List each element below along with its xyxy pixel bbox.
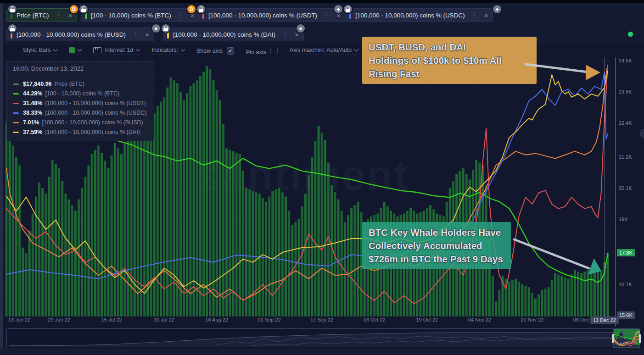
metric-chip-label: Price (BTC) [17, 12, 49, 19]
chip-options-icon[interactable]: ⋮ [282, 31, 288, 38]
price-bar [564, 277, 566, 316]
chip-options-icon[interactable]: ⋮ [132, 31, 139, 38]
price-bar [104, 161, 106, 316]
y-axis-label: 23.5K [619, 89, 632, 94]
price-bar [288, 211, 290, 316]
legend-label: [100,000 - 10,000,000) coins % (USDT) [45, 100, 146, 106]
price-bar [318, 126, 320, 316]
metric-chip[interactable]: [100,000 - 10,000,000) coins % (USDC)⋮× [345, 8, 493, 22]
price-bar [51, 160, 54, 316]
bar-color-selector[interactable] [69, 47, 81, 55]
annotation-line: Collectively Accumulated [369, 239, 504, 252]
chevron-down-icon [181, 47, 185, 52]
indicators-selector[interactable]: Indicators: [151, 47, 185, 55]
price-bar [74, 211, 77, 316]
price-bar [32, 214, 34, 316]
price-bar [97, 145, 100, 316]
price-bar [515, 279, 517, 316]
price-bar [68, 200, 70, 316]
price-bar [87, 166, 90, 316]
brush-handle[interactable] [639, 334, 641, 343]
chevron-down-icon [354, 47, 359, 52]
legend-item: 38.33%[100,000 - 10,000,000) coins % (US… [13, 110, 148, 116]
price-bar [528, 287, 530, 316]
price-bar [134, 111, 136, 316]
price-bar [492, 276, 494, 316]
price-bar [229, 150, 231, 316]
price-bar [209, 69, 211, 316]
price-bar [508, 282, 510, 316]
annotation-line: Rising Fast [369, 67, 530, 80]
y-axis-label: 20.1K [619, 185, 632, 191]
x-axis-label: 03 Oct 22 [364, 317, 386, 322]
x-axis-label: 29 Jun 22 [48, 317, 70, 322]
chip-options-icon[interactable]: ⋮ [324, 11, 330, 19]
show-axis-label: Show axis [196, 48, 223, 54]
price-bar [239, 154, 241, 316]
price-bar [258, 194, 261, 316]
price-bar [219, 100, 221, 316]
legend-item: 31.48%[100,000 - 10,000,000) coins % (US… [13, 100, 148, 106]
x-axis-label: 15 Jul 22 [101, 317, 122, 322]
price-bar [91, 154, 93, 316]
price-bar [495, 301, 497, 316]
price-bar [597, 269, 599, 316]
annotation-line: $726m in BTC the Past 9 Days [369, 252, 504, 266]
metric-chip[interactable]: [100,000 - 10,000,000) coins % (DAI)⋮× [163, 28, 304, 41]
chip-options-icon[interactable]: ⋮ [178, 11, 184, 19]
style-selector[interactable]: Style: Bars [23, 47, 57, 55]
price-bar [548, 287, 550, 316]
price-bar [216, 90, 218, 316]
axis-maxmin-selector[interactable]: Axis max/min: Auto/Auto [290, 47, 358, 55]
price-bar [571, 274, 573, 316]
price-bar [222, 124, 224, 316]
show-axis-toggle[interactable]: Show axis✓ [196, 47, 234, 55]
legend-value: $17,840.96 [23, 81, 52, 87]
eth-badge-icon: ◆ [333, 4, 343, 14]
pin-axis-toggle[interactable]: Pin axis [246, 47, 278, 55]
price-bar [255, 192, 258, 316]
interval-selector[interactable]: Interval: 1d [93, 47, 140, 55]
price-bar [28, 231, 31, 316]
show-axis-checkbox[interactable]: ✓ [227, 47, 234, 55]
metric-chip-label: [100 - 10,000) coins % (BTC) [91, 12, 171, 19]
legend-value: 44.28% [23, 90, 42, 97]
legend-label: [100,000 - 10,000,000) coins % (DAI) [45, 129, 140, 135]
legend-value: 38.33% [23, 110, 42, 116]
price-bar [538, 294, 540, 316]
price-bar [123, 144, 126, 316]
chip-options-icon[interactable]: ⋮ [56, 11, 62, 19]
legend-items: $17,840.96Price (BTC)44.28%[100 - 10,000… [7, 76, 154, 141]
legend-item: $17,840.96Price (BTC) [13, 81, 148, 87]
price-bar [541, 290, 543, 316]
chip-close-icon[interactable]: × [145, 31, 149, 39]
chip-options-icon[interactable]: ⋮ [471, 11, 478, 19]
brush-handle[interactable] [612, 334, 614, 343]
price-bar [544, 288, 546, 316]
metric-chip[interactable]: [100 - 10,000) coins % (BTC)⋮× [81, 8, 200, 22]
price-bar [242, 171, 244, 316]
price-bar [84, 177, 86, 316]
price-bar [150, 120, 152, 316]
annotation-whale-accumulation: BTC Key Whale Holders Have Collectively … [362, 222, 511, 269]
price-bar [590, 269, 593, 316]
legend-color-dash [13, 122, 19, 123]
chevron-down-icon [136, 47, 140, 52]
interval-label: Interval: 1d [105, 47, 133, 53]
price-bar [64, 194, 67, 316]
chip-close-icon[interactable]: × [484, 11, 488, 19]
metric-chip[interactable]: [100,000 - 10,000,000) coins % (USDT)⋮× [198, 8, 346, 22]
metric-chip[interactable]: [100,000 - 10,000,000) coins % (BUSD)⋮× [6, 28, 154, 41]
style-selector-label: Style: Bars [23, 47, 50, 53]
price-bar [518, 282, 520, 316]
price-bar [294, 222, 297, 316]
annotation-line: BTC Key Whale Holders Have [369, 226, 504, 239]
price-bar [157, 106, 159, 316]
price-bar [265, 202, 267, 316]
pin-axis-checkbox[interactable] [270, 47, 278, 54]
legend-label: [100,000 - 10,000,000) coins % (BUSD) [42, 119, 143, 126]
price-bar [173, 80, 175, 316]
legend-label: Price (BTC) [55, 81, 84, 87]
lock-badge-icon [7, 23, 17, 33]
price-bar [6, 123, 8, 316]
